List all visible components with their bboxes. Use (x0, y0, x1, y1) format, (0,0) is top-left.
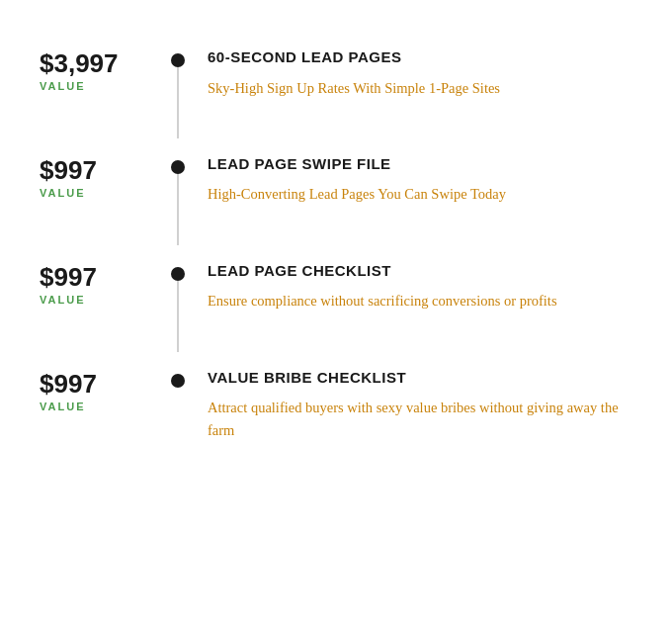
item-title: 60-SECOND LEAD PAGES (208, 47, 642, 67)
price-col: $3,997 VALUE (40, 47, 148, 92)
item-desc: Attract qualified buyers with sexy value… (208, 397, 642, 441)
price-label: VALUE (40, 401, 148, 412)
list-item: $997 VALUE VALUE BRIBE CHECKLIST Attract… (0, 340, 672, 469)
item-desc: High-Converting Lead Pages You Can Swipe… (208, 183, 642, 205)
connector-line (177, 174, 179, 245)
price-amount: $997 (40, 156, 148, 185)
content-col: VALUE BRIBE CHECKLIST Attract qualified … (208, 368, 642, 441)
price-amount: $3,997 (40, 49, 148, 78)
item-title: VALUE BRIBE CHECKLIST (208, 368, 642, 388)
content-col: LEAD PAGE SWIPE FILE High-Converting Lea… (208, 154, 642, 206)
item-title: LEAD PAGE CHECKLIST (208, 261, 642, 281)
connector-line (177, 67, 179, 138)
item-desc: Ensure compliance without sacrificing co… (208, 290, 642, 312)
price-label: VALUE (40, 80, 148, 92)
price-col: $997 VALUE (40, 261, 148, 306)
content-col: 60-SECOND LEAD PAGES Sky-High Sign Up Ra… (208, 47, 642, 99)
bullet-dot (171, 53, 185, 67)
price-col: $997 VALUE (40, 368, 148, 412)
price-amount: $997 (40, 263, 148, 292)
price-label: VALUE (40, 294, 148, 306)
list-item: $997 VALUE LEAD PAGE CHECKLIST Ensure co… (0, 233, 672, 340)
bullet-col (148, 47, 208, 67)
bullet-col (148, 261, 208, 281)
item-desc: Sky-High Sign Up Rates With Simple 1-Pag… (208, 77, 642, 99)
bullet-col (148, 368, 208, 388)
bullet-dot (171, 267, 185, 281)
list-item: $3,997 VALUE 60-SECOND LEAD PAGES Sky-Hi… (0, 20, 672, 127)
bullet-dot (171, 374, 185, 388)
price-label: VALUE (40, 187, 148, 199)
items-list: $3,997 VALUE 60-SECOND LEAD PAGES Sky-Hi… (0, 20, 672, 469)
item-title: LEAD PAGE SWIPE FILE (208, 154, 642, 174)
price-col: $997 VALUE (40, 154, 148, 199)
price-amount: $997 (40, 370, 148, 399)
connector-line (177, 281, 179, 352)
bullet-dot (171, 160, 185, 174)
content-col: LEAD PAGE CHECKLIST Ensure compliance wi… (208, 261, 642, 312)
bullet-col (148, 154, 208, 174)
list-item: $997 VALUE LEAD PAGE SWIPE FILE High-Con… (0, 127, 672, 233)
